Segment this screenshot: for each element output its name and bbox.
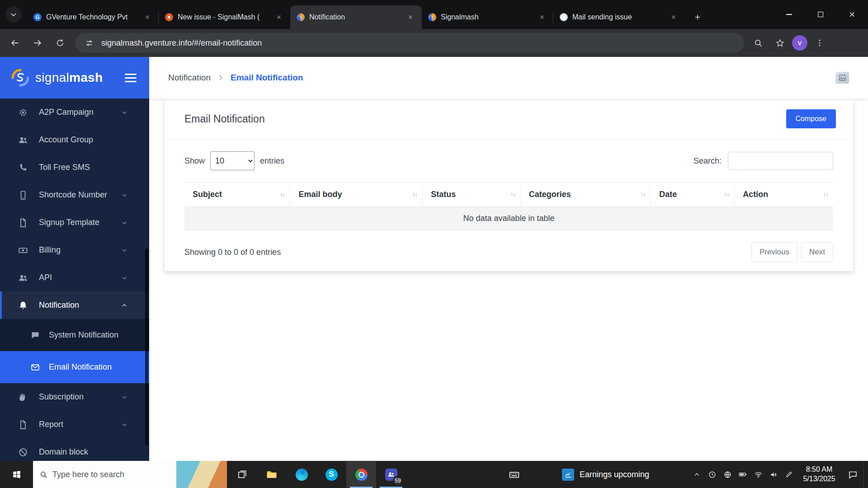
chevron-down-icon: [121, 247, 127, 253]
browser-menu-button[interactable]: [810, 33, 829, 52]
file-icon: [18, 420, 28, 430]
column-header-email-body[interactable]: Email body: [290, 183, 423, 207]
previous-page-button[interactable]: Previous: [751, 242, 797, 262]
gear-icon: [18, 108, 28, 117]
main-content: Notification Email Notification Email No…: [149, 57, 868, 461]
chatgpt-favicon: [560, 13, 568, 21]
tray-network-icon[interactable]: [720, 461, 735, 488]
next-page-button[interactable]: Next: [801, 242, 833, 262]
folder-icon: [266, 469, 278, 480]
sidebar-item-toll-free-sms[interactable]: Toll Free SMS: [0, 154, 149, 181]
bookmark-star-icon[interactable]: [770, 33, 789, 52]
column-header-date[interactable]: Date: [651, 183, 735, 207]
minimize-button[interactable]: [773, 0, 805, 29]
sidebar-item-subscription[interactable]: Subscription: [0, 383, 149, 411]
close-window-button[interactable]: [836, 0, 868, 29]
edge-button[interactable]: [287, 461, 316, 488]
close-tab-icon[interactable]: [406, 12, 415, 22]
close-tab-icon[interactable]: [274, 12, 284, 22]
reload-button[interactable]: [51, 33, 70, 52]
broken-image-icon[interactable]: [835, 72, 849, 84]
teams-button[interactable]: 59: [376, 461, 406, 488]
table-search-input[interactable]: [728, 152, 833, 170]
profile-avatar[interactable]: v: [792, 35, 807, 51]
empty-table-message: No data available in table: [184, 207, 833, 230]
table-row: No data available in table: [184, 207, 833, 230]
envelope-icon: [31, 363, 40, 372]
sort-icon: [822, 191, 830, 198]
column-header-subject[interactable]: Subject: [184, 183, 290, 207]
breadcrumb-section[interactable]: Notification: [168, 73, 211, 83]
tray-chevron-up-icon[interactable]: [689, 461, 704, 488]
sidebar-item-domain-block[interactable]: Domain block: [0, 438, 149, 461]
tray-clock-icon[interactable]: [704, 461, 720, 488]
tray-pen-icon[interactable]: [781, 461, 797, 488]
table-header-row: Subject Email body Status Categories Dat…: [184, 183, 833, 207]
page-size-select[interactable]: 10: [210, 151, 255, 170]
start-button[interactable]: [0, 461, 33, 488]
chrome-button[interactable]: [346, 461, 376, 488]
tray-volume-icon[interactable]: [766, 461, 781, 488]
maximize-button[interactable]: [805, 0, 836, 29]
users-icon: [18, 135, 28, 145]
edge-icon: [296, 469, 308, 481]
close-tab-icon[interactable]: [142, 12, 152, 22]
chevron-right-icon: [217, 74, 224, 81]
site-info-button[interactable]: [82, 36, 96, 50]
address-bar[interactable]: signalmash.gventure.info/#/email-notific…: [75, 33, 744, 53]
tab-notification[interactable]: Notification: [290, 5, 422, 29]
sidebar-item-report[interactable]: Report: [0, 411, 149, 438]
sort-icon: [509, 191, 517, 198]
taskbar-clock[interactable]: 8:50 AM 5/13/2025: [797, 461, 842, 488]
column-header-status[interactable]: Status: [423, 183, 521, 207]
brand-name: signalmash: [35, 70, 103, 85]
search-icon: [39, 470, 48, 479]
tab-title: New issue - SignalMash (: [178, 13, 269, 21]
tab-new-issue[interactable]: New issue - SignalMash (: [159, 5, 290, 29]
tab-signalmash[interactable]: Signalmash: [422, 5, 553, 29]
signalmash-favicon: [297, 13, 305, 21]
compose-button[interactable]: Compose: [786, 109, 836, 128]
close-tab-icon[interactable]: [537, 12, 547, 22]
sidebar-item-a2p-campaign[interactable]: A2P Campaign: [0, 99, 149, 126]
file-explorer-button[interactable]: [257, 461, 287, 488]
close-tab-icon[interactable]: [669, 12, 679, 22]
skype-button[interactable]: S: [316, 461, 346, 488]
tray-wifi-icon[interactable]: [750, 461, 766, 488]
tab-gventure[interactable]: G GVenture Technology Pvt: [27, 5, 159, 29]
search-button[interactable]: [749, 33, 768, 52]
search-highlight-image[interactable]: [176, 461, 227, 488]
sidebar-item-system-notification[interactable]: System Notification: [0, 319, 149, 351]
task-view-icon: [237, 469, 247, 480]
action-center-button[interactable]: [842, 461, 863, 488]
sidebar-item-account-group[interactable]: Account Group: [0, 126, 149, 154]
sidebar-item-shortcode-number[interactable]: Shortcode Number: [0, 181, 149, 209]
menu-toggle-button[interactable]: [123, 72, 138, 84]
browser-toolbar: signalmash.gventure.info/#/email-notific…: [0, 29, 868, 57]
ban-icon: [18, 447, 28, 457]
sidebar-item-billing[interactable]: Billing: [0, 236, 149, 264]
sidebar-scrollbar[interactable]: [145, 249, 148, 446]
tray-battery-icon[interactable]: [735, 461, 750, 488]
column-header-categories[interactable]: Categories: [520, 183, 651, 207]
comment-icon: [848, 470, 858, 479]
show-desktop-button[interactable]: [863, 461, 868, 488]
taskbar-search-input[interactable]: [52, 470, 172, 479]
clock-date: 5/13/2025: [803, 474, 835, 484]
new-tab-button[interactable]: [689, 9, 706, 25]
news-widget-button[interactable]: Earnings upcoming: [554, 461, 657, 488]
column-header-action[interactable]: Action: [735, 183, 833, 207]
sidebar-item-notification[interactable]: Notification: [0, 291, 149, 319]
tab-search-button[interactable]: [5, 6, 22, 23]
taskbar-search[interactable]: [33, 461, 227, 488]
touch-keyboard-button[interactable]: [499, 461, 529, 488]
tab-mail-sending-issue[interactable]: Mail sending issue: [553, 5, 685, 29]
windows-taskbar: S 59 Earnings upcoming 8:50 AM 5/13/2025: [0, 461, 868, 488]
sidebar-item-api[interactable]: API: [0, 264, 149, 291]
sidebar-nav: A2P Campaign Account Group Toll Free SMS…: [0, 99, 149, 461]
back-button[interactable]: [5, 33, 24, 52]
task-view-button[interactable]: [227, 461, 257, 488]
sidebar-item-email-notification[interactable]: Email Notification: [0, 351, 149, 383]
sidebar-item-signup-template[interactable]: Signup Template: [0, 209, 149, 236]
forward-button[interactable]: [28, 33, 47, 52]
